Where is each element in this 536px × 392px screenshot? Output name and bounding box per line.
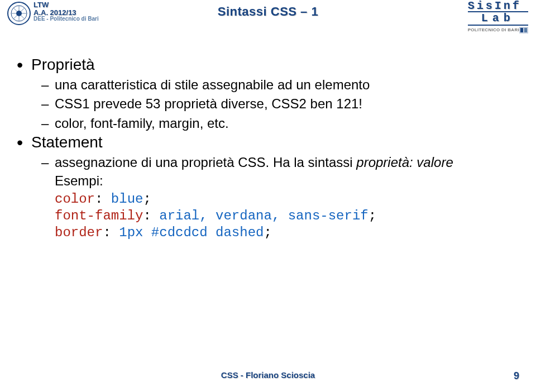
bullet-assegnazione: assegnazione di una proprietà CSS. Ha la… (17, 154, 514, 190)
assegnazione-text: assegnazione di una proprietà CSS. Ha la… (55, 155, 356, 170)
svg-rect-4 (520, 28, 523, 32)
lab-label: Lab (468, 11, 528, 26)
esempi-label: Esempi: (55, 173, 103, 188)
code-colon: : (103, 225, 119, 240)
code-val-border: 1px #cdcdcd dashed (119, 225, 264, 240)
bullet-count: CSS1 prevede 53 proprietà diverse, CSS2 … (17, 95, 514, 113)
code-prop-font: font-family (55, 208, 143, 223)
page-number: 9 (514, 370, 519, 382)
politecnico-small: POLITECNICO DI BARI (468, 27, 519, 32)
slide-header: LTW A.A. 2012/13 DEE - Politecnico di Ba… (0, 0, 536, 29)
slide-title: Sintassi CSS – 1 (0, 4, 536, 19)
code-val-font: arial, verdana, sans-serif (159, 208, 368, 223)
code-semi: ; (368, 208, 376, 223)
sisinf-label: SisInf (468, 1, 528, 11)
code-colon: : (143, 208, 159, 223)
header-right: SisInf Lab POLITECNICO DI BARI (468, 1, 528, 32)
bullet-caratteristica: una caratteristica di stile assegnabile … (17, 76, 514, 94)
code-example: color: blue; font-family: arial, verdana… (17, 191, 514, 241)
slide-content: Proprietà una caratteristica di stile as… (17, 56, 514, 241)
svg-rect-5 (524, 28, 527, 32)
code-val-blue: blue (111, 192, 143, 207)
bullet-examples-props: color, font-family, margin, etc. (17, 114, 514, 132)
slide-footer: CSS - Floriano Scioscia (0, 370, 536, 380)
code-prop-border: border (55, 225, 103, 240)
syntax-italic: proprietà: valore (356, 155, 453, 170)
code-semi: ; (264, 225, 271, 240)
code-prop-color: color (55, 192, 95, 207)
bullet-proprieta: Proprietà (17, 56, 514, 74)
dee-mini-logo-icon (519, 26, 528, 32)
code-colon: : (95, 192, 111, 207)
code-semi: ; (143, 192, 151, 207)
bullet-statement: Statement (17, 133, 514, 151)
